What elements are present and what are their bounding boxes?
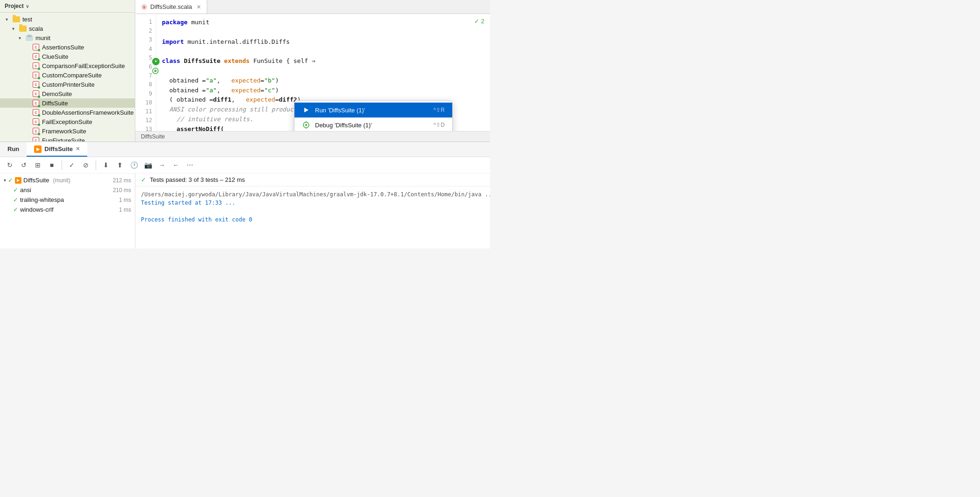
- menu-item-debug[interactable]: Debug 'DiffsSuite (1)' ^⇧D: [294, 117, 452, 131]
- tree-label-test: test: [22, 16, 32, 23]
- tree-item-comparisonfailsuite[interactable]: C ComparisonFailExceptionSuite: [0, 61, 135, 70]
- restore-button[interactable]: ⊞: [32, 159, 44, 171]
- tree-label-scala: scala: [29, 25, 43, 32]
- expand-button[interactable]: ⬇: [100, 159, 112, 171]
- console-panel: ✓ Tests passed: 3 of 3 tests – 212 ms /U…: [135, 173, 490, 248]
- run-panel-header: Run ▶ DiffsSuite ✕: [0, 142, 490, 157]
- tree-item-assertionssuite[interactable]: C AssertionsSuite: [0, 42, 135, 52]
- test-item-trailing[interactable]: ✓ trailing-whitespa 1 ms: [0, 195, 135, 205]
- stop-button[interactable]: ■: [46, 159, 58, 171]
- test-tree: ▾ ✓ ▶ DiffsSuite (munit) 212 ms ✓ ansi 2…: [0, 173, 135, 248]
- rerun-button[interactable]: ↻: [4, 159, 16, 171]
- editor-status-bar: DiffsSuite: [135, 131, 490, 141]
- tree-item-munit[interactable]: ▾ munit: [0, 33, 135, 42]
- import-button[interactable]: ←: [170, 159, 182, 171]
- svg-rect-1: [28, 35, 31, 37]
- sidebar-title: Project: [5, 3, 24, 9]
- run-tab-suite[interactable]: ▶ DiffsSuite ✕: [27, 142, 87, 157]
- code-line-1: package munit: [162, 18, 484, 28]
- suite-icon: C: [32, 62, 40, 69]
- partial-run-icon: [152, 67, 159, 75]
- test-pass-icon: ✓: [13, 186, 18, 193]
- tab-filename: DiffsSuite.scala: [150, 3, 192, 10]
- editor-status-text: DiffsSuite: [141, 133, 165, 140]
- context-menu: Run 'DiffsSuite (1)' ^⇧R Debug 'DiffsSui…: [294, 100, 453, 131]
- folder-icon: [12, 15, 21, 23]
- editor-tab-diffssuite[interactable]: S DiffsSuite.scala ✕: [135, 0, 207, 14]
- run-gutter-icon[interactable]: [152, 57, 160, 66]
- run-tab-close-icon[interactable]: ✕: [76, 146, 80, 152]
- sidebar-header[interactable]: Project ∨: [0, 0, 135, 13]
- test-pass-icon: ✓: [13, 206, 18, 213]
- screenshot-button[interactable]: 📷: [142, 159, 154, 171]
- tree-label-failexceptionsuite: FailExceptionSuite: [42, 118, 92, 125]
- run-triangle-icon: [302, 106, 310, 114]
- tree-label-diffssuite: DiffsSuite: [42, 100, 68, 107]
- tree-item-doubleassertsuite[interactable]: C DoubleAssertionsFrameworkSuite: [0, 108, 135, 117]
- tree-label-frameworksuite: FrameworkSuite: [42, 128, 86, 135]
- suite-pass-icon: ✓: [8, 177, 13, 184]
- check-count: 2: [481, 18, 484, 25]
- file-tree: ▾ test ▾ scala ▾: [0, 13, 135, 141]
- test-suite-item[interactable]: ▾ ✓ ▶ DiffsSuite (munit) 212 ms: [0, 175, 135, 185]
- tree-item-failexceptionsuite[interactable]: C FailExceptionSuite: [0, 117, 135, 126]
- editor-area: S DiffsSuite.scala ✕ 1 2 3 4 5 6 7 8: [135, 0, 490, 141]
- svg-point-7: [305, 124, 307, 126]
- more-button[interactable]: ⋯: [184, 159, 196, 171]
- cancel-button[interactable]: ⊘: [80, 159, 92, 171]
- history-button[interactable]: 🕐: [128, 159, 140, 171]
- console-line-3: [141, 207, 484, 215]
- run-suite-icon: ▶: [34, 145, 42, 153]
- keyword-package: package: [162, 18, 188, 28]
- code-line-8: obtained = "a", expected = "c"): [162, 86, 484, 96]
- code-editor[interactable]: 1 2 3 4 5 6 7 8 9 10 11 12 13: [135, 14, 490, 131]
- tree-item-customprintersuite[interactable]: C CustomPrinterSuite: [0, 80, 135, 89]
- check-icon: ✓: [474, 18, 479, 25]
- test-item-ansi[interactable]: ✓ ansi 210 ms: [0, 185, 135, 195]
- sidebar-chevron-icon: ∨: [26, 4, 29, 9]
- tree-label-munit: munit: [35, 35, 50, 41]
- tree-label-assertionssuite: AssertionsSuite: [42, 44, 84, 51]
- tree-item-cluesuite[interactable]: C ClueSuite: [0, 52, 135, 61]
- test-item-windows[interactable]: ✓ windows-crlf 1 ms: [0, 205, 135, 214]
- suite-icon: C: [32, 53, 40, 60]
- check-button[interactable]: ✓: [66, 159, 78, 171]
- toolbar-separator-1: [62, 160, 62, 170]
- collapse-button[interactable]: ⬆: [114, 159, 126, 171]
- menu-run-shortcut: ^⇧R: [434, 107, 445, 113]
- run-content: ▾ ✓ ▶ DiffsSuite (munit) 212 ms ✓ ansi 2…: [0, 173, 490, 248]
- console-line-2: Testing started at 17:33 ...: [141, 199, 484, 207]
- folder-icon: [19, 25, 27, 32]
- test-suite-name: DiffsSuite: [23, 177, 49, 184]
- suite-icon: C: [32, 127, 40, 135]
- main-area: Project ∨ ▾ test ▾ scala: [0, 0, 490, 141]
- tree-item-test[interactable]: ▾ test: [0, 14, 135, 24]
- export-button[interactable]: →: [156, 159, 168, 171]
- tree-item-demosuite[interactable]: C DemoSuite: [0, 89, 135, 98]
- suite-icon: C: [32, 99, 40, 107]
- suite-icon: C: [32, 109, 40, 116]
- test-name-trailing: trailing-whitespa: [20, 196, 64, 203]
- code-line-5: class DiffsSuite extends FunSuite { self…: [162, 56, 484, 66]
- menu-debug-label: Debug 'DiffsSuite (1)': [315, 122, 429, 129]
- test-time-trailing: 1 ms: [119, 197, 131, 203]
- run-tab-text: Run: [7, 145, 19, 152]
- tree-label-comparisonsuite: ComparisonFailExceptionSuite: [42, 62, 125, 69]
- test-pass-icon: ✓: [13, 196, 18, 203]
- tree-item-funfixturesuite[interactable]: C FunFixtureSuite: [0, 136, 135, 141]
- rerun-failed-button[interactable]: ↺: [18, 159, 30, 171]
- suite-icon: C: [32, 43, 40, 51]
- debug-icon: [302, 121, 310, 129]
- tree-item-diffssuite[interactable]: C DiffsSuite: [0, 98, 135, 108]
- run-tab-label[interactable]: Run: [0, 142, 27, 157]
- tree-item-scala[interactable]: ▾ scala: [0, 24, 135, 33]
- package-icon: [25, 34, 34, 41]
- tree-item-frameworksuite[interactable]: C FrameworkSuite: [0, 126, 135, 136]
- svg-text:S: S: [143, 5, 146, 9]
- code-line-2: [162, 28, 484, 37]
- menu-item-run[interactable]: Run 'DiffsSuite (1)' ^⇧R: [294, 103, 452, 117]
- run-button[interactable]: [152, 58, 160, 65]
- keyword-import: import: [162, 37, 184, 47]
- tab-close-icon[interactable]: ✕: [196, 4, 201, 10]
- tree-item-customcomparesuite[interactable]: C CustomCompareSuite: [0, 70, 135, 80]
